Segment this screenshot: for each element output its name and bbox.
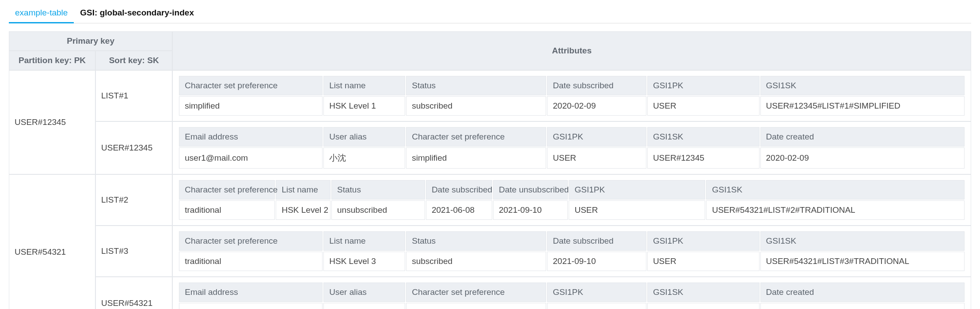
attr-value: traditional [179,200,275,220]
attributes-cell: Email address User alias Character set p… [172,277,971,309]
attr-value: unsubscribed [331,200,425,220]
attr-value: HSK Level 2 [276,200,330,220]
attr-header: List name [323,231,405,251]
tab-gsi[interactable]: GSI: global-secondary-index [74,4,200,23]
attr-header: User alias [323,127,405,147]
attr-value: USER [569,200,705,220]
sk-cell: LIST#1 [95,70,172,121]
attr-value: 2021-06-08 [426,200,492,220]
sk-cell: USER#54321 [95,277,172,309]
table-row: USER#54321 Email address User alias Char… [9,277,971,309]
pk-cell: USER#54321 [9,174,95,309]
sk-cell: USER#12345 [95,121,172,174]
attr-value: USER [547,303,646,309]
attr-header: Date subscribed [547,76,646,95]
tabs-bar: example-table GSI: global-secondary-inde… [9,4,971,23]
header-primary-key: Primary key [9,31,172,51]
attr-value: 2020-02-09 [547,96,646,116]
header-partition-key: Partition key: PK [9,51,95,70]
attr-header: Email address [179,283,323,302]
attr-value: 小陈 [323,303,405,309]
attr-header: Character set preference [179,180,275,200]
attr-value: 2020-02-09 [760,147,965,169]
attr-header: Character set preference [179,76,323,95]
attr-value: user1@mail.com [179,147,323,169]
attr-header: Date subscribed [426,180,492,200]
attr-header: Status [331,180,425,200]
attr-header: GSI1PK [647,76,760,95]
attr-header: Email address [179,127,323,147]
tab-example-table[interactable]: example-table [9,4,74,23]
table-row: USER#54321 LIST#2 Character set preferen… [9,174,971,226]
attr-header: GSI1SK [647,283,760,302]
attr-header: Status [406,231,546,251]
attr-header: GSI1SK [760,76,965,95]
attr-value: simplified [179,96,323,116]
attr-value: subscribed [406,96,546,116]
attr-value: 2021-06-08 [760,303,965,309]
table-row: LIST#3 Character set preference List nam… [9,226,971,277]
attr-header: GSI1SK [647,127,760,147]
pk-cell: USER#12345 [9,70,95,174]
sk-cell: LIST#3 [95,226,172,277]
attr-header: Date subscribed [547,231,646,251]
attr-header: GSI1PK [547,127,646,147]
attributes-cell: Character set preference List name Statu… [172,70,971,121]
attr-header: GSI1PK [569,180,705,200]
attr-header: GSI1SK [760,231,965,251]
attr-header: Status [406,76,546,95]
attr-value: 2021-09-10 [493,200,568,220]
attr-value: USER#54321#LIST#2#TRADITIONAL [706,200,965,220]
attr-header: User alias [323,283,405,302]
attr-header: Character set preference [406,283,546,302]
attr-header: List name [276,180,330,200]
attr-value: USER [647,252,760,271]
attr-value: subscribed [406,252,546,271]
attributes-cell: Email address User alias Character set p… [172,121,971,174]
attr-value: USER#54321 [647,303,760,309]
attr-value: USER#54321#LIST#3#TRADITIONAL [760,252,965,271]
attr-value: USER [547,147,646,169]
attr-value: HSK Level 3 [323,252,405,271]
attr-header: Date created [760,127,965,147]
attributes-cell: Character set preference List name Statu… [172,174,971,226]
header-sort-key: Sort key: SK [95,51,172,70]
attr-value: traditional [406,303,546,309]
attr-header: GSI1SK [706,180,965,200]
attr-value: USER#12345#LIST#1#SIMPLIFIED [760,96,965,116]
attr-value: user2@mail.com [179,303,323,309]
attr-header: GSI1PK [547,283,646,302]
attr-value: traditional [179,252,323,271]
attr-header: List name [323,76,405,95]
attr-value: USER#12345 [647,147,760,169]
attr-value: simplified [406,147,546,169]
attr-header: Character set preference [179,231,323,251]
header-attributes: Attributes [172,31,971,70]
attr-header: GSI1PK [647,231,760,251]
attributes-cell: Character set preference List name Statu… [172,226,971,277]
attr-value: 2021-09-10 [547,252,646,271]
sk-cell: LIST#2 [95,174,172,226]
table-row: USER#12345 LIST#1 Character set preferen… [9,70,971,121]
attr-header: Character set preference [406,127,546,147]
attr-header: Date created [760,283,965,302]
attr-value: HSK Level 1 [323,96,405,116]
attr-value: USER [647,96,760,116]
data-model-table: Primary key Attributes Partition key: PK… [9,31,971,309]
table-row: USER#12345 Email address User alias Char… [9,121,971,174]
attr-value: 小沈 [323,147,405,169]
attr-header: Date unsubscribed [493,180,568,200]
